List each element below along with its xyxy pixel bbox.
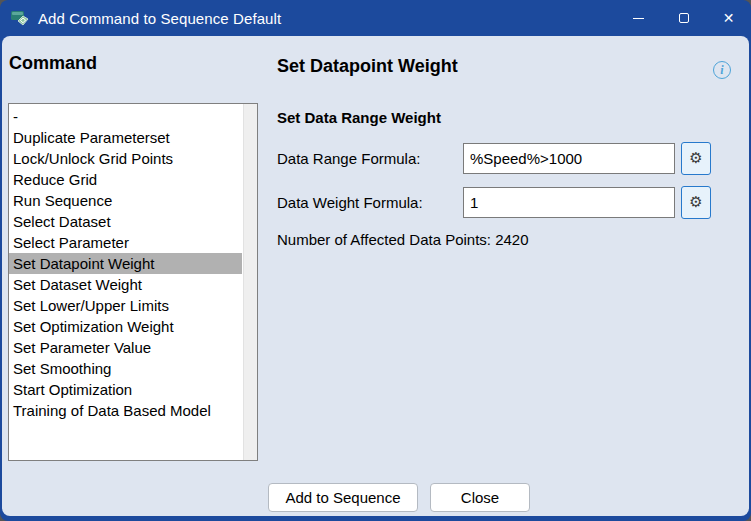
list-item[interactable]: Set Datapoint Weight xyxy=(9,253,242,274)
dialog-content: Command Set Datapoint Weight i -Duplicat… xyxy=(2,36,749,516)
data-weight-formula-gear-button[interactable]: ⚙ xyxy=(681,186,711,219)
window-title: Add Command to Sequence Default xyxy=(38,10,281,27)
close-button[interactable]: ✕ xyxy=(706,0,751,36)
list-scrollbar[interactable] xyxy=(243,104,257,460)
section-subheading: Set Data Range Weight xyxy=(277,109,441,126)
info-icon-glyph: i xyxy=(720,63,723,78)
list-item[interactable]: - xyxy=(9,106,242,127)
list-item[interactable]: Lock/Unlock Grid Points xyxy=(9,148,242,169)
data-range-formula-input[interactable] xyxy=(463,143,675,174)
list-item[interactable]: Reduce Grid xyxy=(9,169,242,190)
command-list[interactable]: -Duplicate ParametersetLock/Unlock Grid … xyxy=(8,103,258,461)
app-icon xyxy=(10,8,30,28)
affected-points-status: Number of Affected Data Points: 2420 xyxy=(277,231,529,248)
data-range-formula-gear-button[interactable]: ⚙ xyxy=(681,142,711,175)
list-item[interactable]: Set Parameter Value xyxy=(9,337,242,358)
add-to-sequence-button[interactable]: Add to Sequence xyxy=(268,483,418,512)
list-item[interactable]: Start Optimization xyxy=(9,379,242,400)
titlebar: Add Command to Sequence Default ✕ xyxy=(0,0,751,36)
dialog-window: Add Command to Sequence Default ✕ Comman… xyxy=(0,0,751,521)
command-heading: Command xyxy=(9,53,97,74)
minimize-icon xyxy=(633,18,644,19)
list-item[interactable]: Select Parameter xyxy=(9,232,242,253)
gear-icon: ⚙ xyxy=(689,151,702,166)
maximize-button[interactable] xyxy=(661,0,706,36)
info-icon[interactable]: i xyxy=(713,61,731,79)
list-item[interactable]: Set Optimization Weight xyxy=(9,316,242,337)
gear-icon: ⚙ xyxy=(689,195,702,210)
list-item[interactable]: Training of Data Based Model xyxy=(9,400,242,421)
list-item[interactable]: Run Sequence xyxy=(9,190,242,211)
list-item[interactable]: Set Lower/Upper Limits xyxy=(9,295,242,316)
close-dialog-button[interactable]: Close xyxy=(430,483,530,512)
list-item[interactable]: Duplicate Parameterset xyxy=(9,127,242,148)
maximize-icon xyxy=(679,13,689,23)
data-weight-formula-label: Data Weight Formula: xyxy=(277,194,423,211)
list-item[interactable]: Select Dataset xyxy=(9,211,242,232)
page-title: Set Datapoint Weight xyxy=(277,56,458,77)
minimize-button[interactable] xyxy=(616,0,661,36)
data-range-formula-label: Data Range Formula: xyxy=(277,150,420,167)
list-item[interactable]: Set Dataset Weight xyxy=(9,274,242,295)
list-item[interactable]: Set Smoothing xyxy=(9,358,242,379)
close-icon: ✕ xyxy=(723,11,735,25)
data-weight-formula-input[interactable] xyxy=(463,187,675,218)
